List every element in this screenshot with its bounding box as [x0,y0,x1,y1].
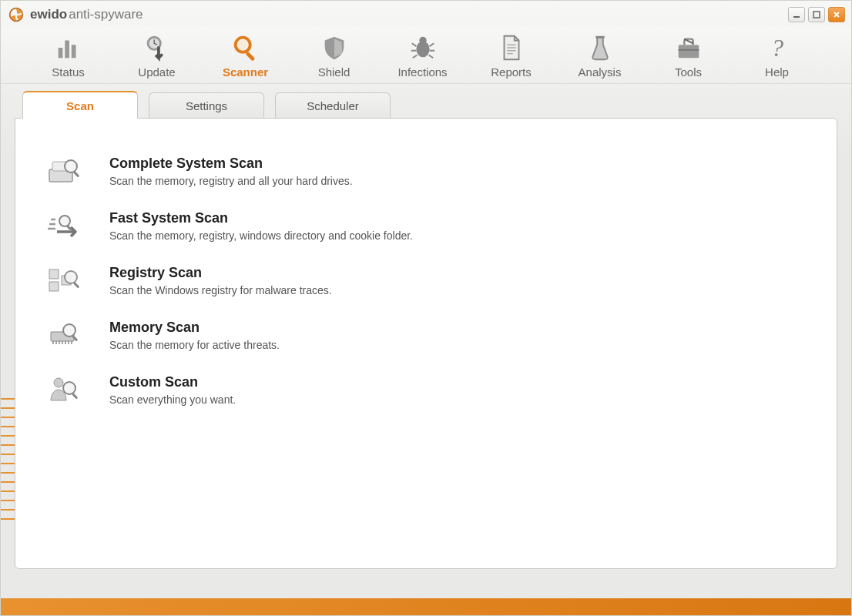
app-logo-icon [8,7,24,22]
tab-row: Scan Settings Scheduler [1,90,851,118]
svg-rect-5 [71,45,75,58]
toolbox-icon [674,33,703,62]
shield-icon [320,33,349,62]
app-window: ewido anti-spyware Status Update [0,0,852,616]
fast-arrow-icon [46,210,83,241]
svg-rect-20 [73,171,79,177]
scan-title: Fast System Scan [109,210,413,226]
scan-registry[interactable]: Registry Scan Scan the Windows registry … [46,265,806,296]
toolbar-label: Infections [397,65,447,79]
toolbar-label: Status [52,65,85,79]
svg-rect-4 [65,41,69,59]
scan-desc: Scan the Windows registry for malware tr… [109,284,332,296]
svg-rect-24 [49,282,59,291]
toolbar-shield[interactable]: Shield [290,33,378,79]
svg-point-31 [54,378,63,387]
toolbar-help[interactable]: ? Help [733,33,821,79]
toolbar-update[interactable]: Update [112,33,201,79]
scan-memory[interactable]: Memory Scan Scan the memory for active t… [46,320,806,351]
maximize-button[interactable] [808,7,825,22]
scan-desc: Scan the memory, registry and all your h… [109,175,353,187]
content-panel: Complete System Scan Scan the memory, re… [15,118,837,569]
person-magnify-icon [46,374,83,405]
svg-point-10 [237,40,247,50]
close-button[interactable] [828,7,845,22]
toolbar-label: Help [765,65,789,79]
toolbar-scanner[interactable]: Scanner [201,33,290,79]
toolbar-label: Reports [491,65,532,79]
svg-point-21 [59,216,70,226]
svg-rect-27 [73,282,79,288]
scan-complete-system[interactable]: Complete System Scan Scan the memory, re… [46,156,806,187]
bars-icon [54,33,83,62]
chip-magnify-icon [46,320,83,350]
toolbar-label: Analysis [579,65,622,79]
tab-settings[interactable]: Settings [149,92,264,119]
svg-rect-9 [245,52,255,62]
scan-desc: Scan the memory, registry, windows direc… [109,229,413,242]
tab-scheduler[interactable]: Scheduler [275,92,391,119]
app-title-light: anti-spyware [69,7,143,22]
bottom-strip [1,598,851,615]
toolbar-reports[interactable]: Reports [467,33,555,79]
document-icon [497,33,526,62]
toolbar-label: Scanner [223,65,268,79]
svg-point-12 [419,37,427,45]
svg-point-29 [63,324,75,336]
scan-desc: Scan everything you want. [109,393,236,406]
drive-magnify-icon [46,156,83,186]
tab-label: Scheduler [307,99,359,112]
toolbar-analysis[interactable]: Analysis [555,33,644,79]
scan-title: Registry Scan [109,265,332,281]
beaker-icon [585,33,615,62]
clock-arrow-icon [143,33,172,62]
svg-point-19 [65,160,77,172]
tab-label: Settings [186,99,227,112]
svg-rect-15 [678,49,699,51]
bug-icon [408,33,438,62]
svg-rect-1 [793,16,800,18]
svg-rect-3 [58,48,62,58]
minimize-button[interactable] [788,7,805,22]
decorative-stripes [1,398,16,598]
svg-point-26 [65,271,77,283]
titlebar: ewido anti-spyware [1,1,851,27]
app-title-bold: ewido [30,7,67,22]
magnifier-icon [231,33,260,62]
tab-scan[interactable]: Scan [22,91,138,119]
svg-rect-14 [678,45,699,58]
registry-magnify-icon [46,265,83,296]
toolbar-label: Shield [318,65,351,79]
scan-title: Complete System Scan [109,156,353,172]
scan-desc: Scan the memory for active threats. [109,339,280,351]
scan-title: Memory Scan [109,320,280,336]
scan-custom[interactable]: Custom Scan Scan everything you want. [46,374,806,406]
toolbar-label: Tools [675,65,702,79]
toolbar-label: Update [138,65,175,79]
toolbar-status[interactable]: Status [24,33,112,79]
scan-fast-system[interactable]: Fast System Scan Scan the memory, regist… [46,210,806,242]
svg-rect-23 [49,270,59,279]
main-toolbar: Status Update Scanner Shield Infections [1,27,851,84]
svg-text:?: ? [770,34,783,62]
toolbar-infections[interactable]: Infections [378,33,467,79]
svg-rect-33 [72,393,78,399]
svg-rect-2 [813,12,820,18]
svg-point-0 [10,8,23,22]
tab-label: Scan [66,99,94,112]
question-icon: ? [763,33,792,62]
toolbar-tools[interactable]: Tools [644,33,733,79]
svg-rect-13 [595,36,604,38]
scan-title: Custom Scan [109,374,236,390]
svg-point-32 [63,382,75,394]
